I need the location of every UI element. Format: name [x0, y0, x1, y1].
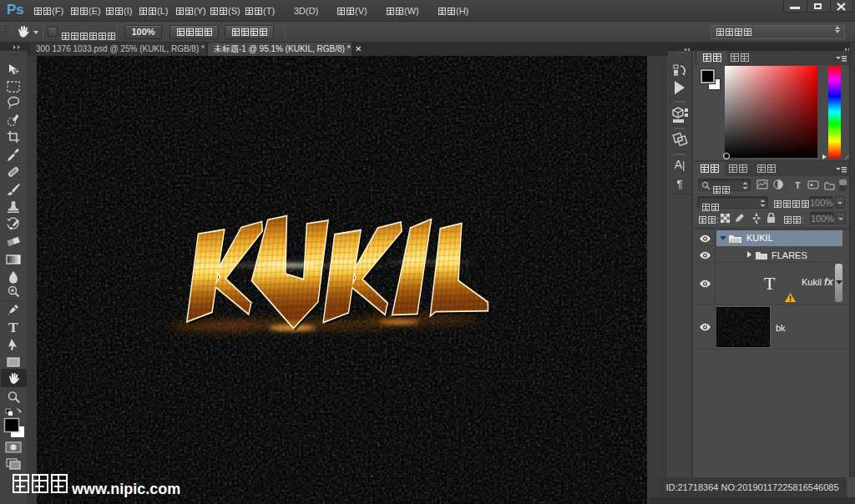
svg-text:T: T [795, 180, 801, 190]
svg-text:A|: A| [675, 158, 686, 171]
svg-text:¶: ¶ [677, 178, 683, 190]
svg-text:T: T [8, 320, 18, 335]
